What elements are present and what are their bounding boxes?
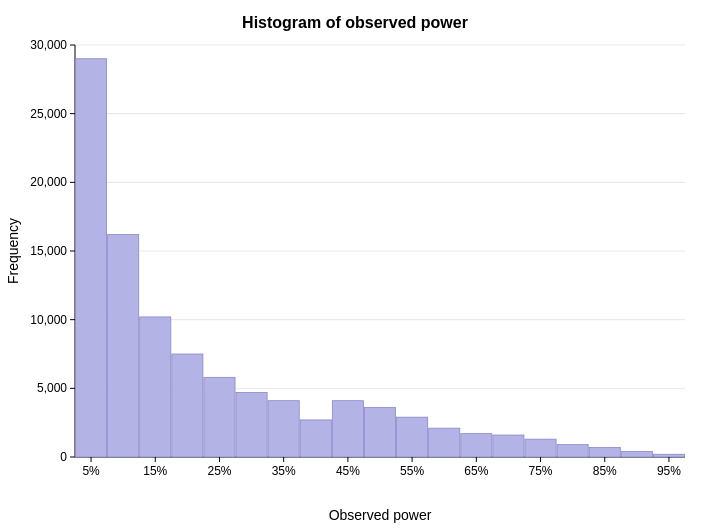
svg-rect-37 xyxy=(429,428,460,457)
svg-text:35%: 35% xyxy=(272,464,296,478)
svg-rect-38 xyxy=(461,434,492,457)
svg-rect-36 xyxy=(397,417,428,457)
svg-text:Observed power: Observed power xyxy=(329,507,432,523)
svg-text:65%: 65% xyxy=(464,464,488,478)
svg-text:Frequency: Frequency xyxy=(5,218,21,284)
svg-text:5,000: 5,000 xyxy=(37,381,67,395)
svg-text:45%: 45% xyxy=(336,464,360,478)
svg-text:15%: 15% xyxy=(143,464,167,478)
svg-text:55%: 55% xyxy=(400,464,424,478)
svg-rect-30 xyxy=(204,377,235,457)
svg-rect-35 xyxy=(364,408,395,457)
svg-rect-41 xyxy=(557,445,588,457)
svg-text:15,000: 15,000 xyxy=(30,244,67,258)
svg-rect-33 xyxy=(300,420,331,457)
svg-rect-27 xyxy=(108,235,139,457)
svg-rect-34 xyxy=(332,401,363,457)
svg-rect-44 xyxy=(653,454,684,457)
svg-text:25%: 25% xyxy=(207,464,231,478)
svg-rect-42 xyxy=(589,447,620,457)
svg-text:20,000: 20,000 xyxy=(30,175,67,189)
svg-rect-28 xyxy=(140,317,171,457)
chart-container: Histogram of observed power05,00010,0001… xyxy=(0,0,710,532)
svg-text:5%: 5% xyxy=(82,464,100,478)
svg-rect-40 xyxy=(525,439,556,457)
svg-text:Histogram of observed power: Histogram of observed power xyxy=(242,14,468,31)
svg-text:95%: 95% xyxy=(657,464,681,478)
svg-rect-39 xyxy=(493,435,524,457)
svg-rect-43 xyxy=(621,452,652,457)
svg-text:30,000: 30,000 xyxy=(30,38,67,52)
svg-rect-32 xyxy=(268,401,299,457)
svg-rect-29 xyxy=(172,354,203,457)
svg-text:0: 0 xyxy=(60,450,67,464)
svg-text:75%: 75% xyxy=(529,464,553,478)
svg-rect-31 xyxy=(236,392,267,457)
svg-text:10,000: 10,000 xyxy=(30,313,67,327)
histogram-chart: Histogram of observed power05,00010,0001… xyxy=(0,0,710,532)
svg-rect-26 xyxy=(76,59,107,457)
svg-text:85%: 85% xyxy=(593,464,617,478)
svg-text:25,000: 25,000 xyxy=(30,107,67,121)
